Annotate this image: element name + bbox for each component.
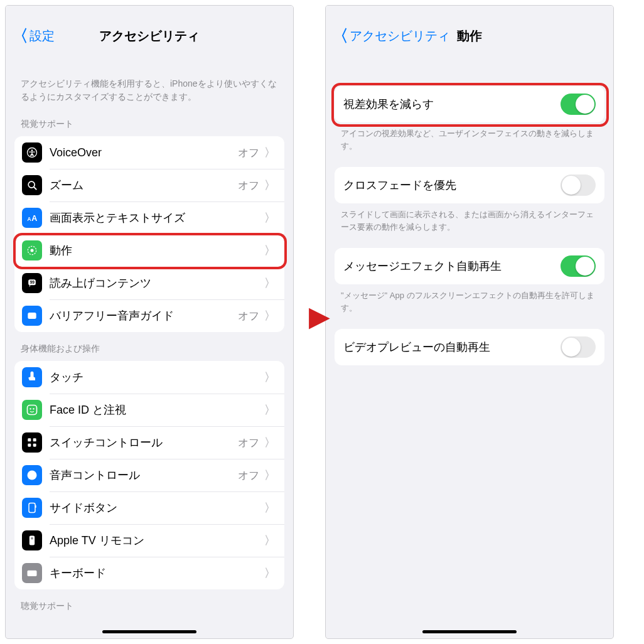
vision-group: VoiceOver オフ 〉 ズーム オフ 〉 画面表示とテキストサイズ 〉 動… xyxy=(14,136,284,332)
zoom-icon xyxy=(22,175,42,195)
arrow-right-icon: ▶ xyxy=(309,300,330,332)
toggle-msg-effects[interactable] xyxy=(561,255,596,277)
footer-msg-effects: "メッセージ" App のフルスクリーンエフェクトの自動再生を許可します。 xyxy=(326,284,613,324)
row-label: Face ID と注視 xyxy=(50,402,264,417)
row-voiceover[interactable]: VoiceOver オフ 〉 xyxy=(14,136,284,169)
accessibility-icon xyxy=(22,142,42,163)
row-sidebtn[interactable]: サイドボタン 〉 xyxy=(14,491,284,524)
row-label: 画面表示とテキストサイズ xyxy=(50,210,264,225)
voicectl-icon xyxy=(22,465,42,485)
row-zoom[interactable]: ズーム オフ 〉 xyxy=(14,169,284,201)
row-label: 音声コントロール xyxy=(50,468,238,483)
row-label: タッチ xyxy=(50,370,264,385)
row-label: ズーム xyxy=(50,178,238,193)
row-video-preview: ビデオプレビューの自動再生 xyxy=(335,329,604,365)
row-keyboard[interactable]: キーボード 〉 xyxy=(14,557,284,589)
speech-icon xyxy=(22,273,42,293)
row-label: 視差効果を減らす xyxy=(343,97,561,112)
accessibility-screen: 〈 設定 アクセシビリティ アクセシビリティ機能を利用すると、iPhoneをより… xyxy=(5,5,294,639)
keyboard-icon xyxy=(22,563,42,583)
back-label: アクセシビリティ xyxy=(350,28,450,45)
toggle-crossfade[interactable] xyxy=(561,174,596,196)
row-label: VoiceOver xyxy=(50,146,238,159)
chevron-right-icon: 〉 xyxy=(264,533,276,548)
row-label: バリアフリー音声ガイド xyxy=(50,308,238,323)
row-status: オフ xyxy=(238,309,259,323)
intro-text: アクセシビリティ機能を利用すると、iPhoneをより使いやすくなるようにカスタマ… xyxy=(6,66,293,107)
group-reduce-motion: 視差効果を減らす xyxy=(335,86,604,122)
row-faceid[interactable]: Face ID と注視 〉 xyxy=(14,394,284,426)
chevron-right-icon: 〉 xyxy=(264,435,276,450)
chevron-right-icon: 〉 xyxy=(264,243,276,258)
chevron-right-icon: 〉 xyxy=(264,276,276,291)
toggle-video-preview[interactable] xyxy=(561,336,596,358)
back-label: 設定 xyxy=(30,28,55,45)
row-msg-effects: メッセージエフェクト自動再生 xyxy=(335,248,604,284)
sidebtn-icon xyxy=(22,498,42,518)
nav-bar: 〈 設定 アクセシビリティ xyxy=(6,6,293,66)
motion-icon xyxy=(22,240,42,260)
row-label: サイドボタン xyxy=(50,500,264,515)
row-label: スイッチコントロール xyxy=(50,435,238,450)
row-voicectl[interactable]: 音声コントロール オフ 〉 xyxy=(14,459,284,491)
row-reduce-motion: 視差効果を減らす xyxy=(335,86,604,122)
group-video-preview: ビデオプレビューの自動再生 xyxy=(335,329,604,365)
row-label: メッセージエフェクト自動再生 xyxy=(343,259,561,274)
touch-icon xyxy=(22,367,42,387)
physical-group: タッチ 〉 Face ID と注視 〉 スイッチコントロール オフ 〉 音声コン… xyxy=(14,361,284,589)
grid-icon xyxy=(22,432,42,453)
row-label: クロスフェードを優先 xyxy=(343,178,561,193)
row-label: キーボード xyxy=(50,566,264,581)
row-label: Apple TV リモコン xyxy=(50,533,264,548)
home-indicator[interactable] xyxy=(422,630,517,633)
chevron-right-icon: 〉 xyxy=(264,500,276,515)
chevron-left-icon: 〈 xyxy=(332,25,348,47)
section-vision-label: 視覚サポート xyxy=(6,107,293,134)
section-hearing-label: 聴覚サポート xyxy=(6,589,293,612)
chevron-right-icon: 〉 xyxy=(264,178,276,193)
chevron-left-icon: 〈 xyxy=(12,25,28,47)
row-crossfade: クロスフェードを優先 xyxy=(335,167,604,203)
chevron-right-icon: 〉 xyxy=(264,566,276,581)
chevron-right-icon: 〉 xyxy=(264,468,276,483)
row-appletv[interactable]: Apple TV リモコン 〉 xyxy=(14,524,284,557)
row-label: ビデオプレビューの自動再生 xyxy=(343,340,561,355)
section-physical-label: 身体機能および操作 xyxy=(6,332,293,358)
appletv-icon xyxy=(22,530,42,550)
chevron-right-icon: 〉 xyxy=(264,308,276,323)
chevron-right-icon: 〉 xyxy=(264,210,276,225)
row-display[interactable]: 画面表示とテキストサイズ 〉 xyxy=(14,201,284,234)
faceid-icon xyxy=(22,400,42,420)
row-audiodesc[interactable]: バリアフリー音声ガイド オフ 〉 xyxy=(14,299,284,332)
textsize-icon xyxy=(22,208,42,228)
footer-reduce-motion: アイコンの視差効果など、ユーザインターフェイスの動きを減らします。 xyxy=(326,122,613,162)
row-status: オフ xyxy=(238,436,259,450)
chevron-right-icon: 〉 xyxy=(264,370,276,385)
row-touch[interactable]: タッチ 〉 xyxy=(14,361,284,394)
row-switch[interactable]: スイッチコントロール オフ 〉 xyxy=(14,426,284,459)
back-button[interactable]: 〈 設定 xyxy=(12,25,55,47)
motion-screen: 〈 アクセシビリティ 動作 視差効果を減らす アイコンの視差効果など、ユーザイン… xyxy=(325,5,614,639)
chevron-right-icon: 〉 xyxy=(264,402,276,417)
nav-bar: 〈 アクセシビリティ 動作 xyxy=(326,6,613,66)
toggle-reduce-motion[interactable] xyxy=(561,94,596,115)
chevron-right-icon: 〉 xyxy=(264,145,276,160)
audiodesc-icon xyxy=(22,306,42,326)
row-motion[interactable]: 動作 〉 xyxy=(14,234,284,267)
group-crossfade: クロスフェードを優先 xyxy=(335,167,604,203)
group-msg-effects: メッセージエフェクト自動再生 xyxy=(335,248,604,284)
row-label: 読み上げコンテンツ xyxy=(50,276,264,291)
back-button[interactable]: 〈 アクセシビリティ xyxy=(332,25,450,47)
row-status: オフ xyxy=(238,468,259,483)
row-spoken[interactable]: 読み上げコンテンツ 〉 xyxy=(14,267,284,299)
row-status: オフ xyxy=(238,178,259,193)
row-label: 動作 xyxy=(50,243,264,258)
home-indicator[interactable] xyxy=(102,630,196,633)
footer-crossfade: スライドして画面に表示される、または画面から消えるインターフェース要素の動作を減… xyxy=(326,203,613,243)
row-status: オフ xyxy=(238,146,259,160)
